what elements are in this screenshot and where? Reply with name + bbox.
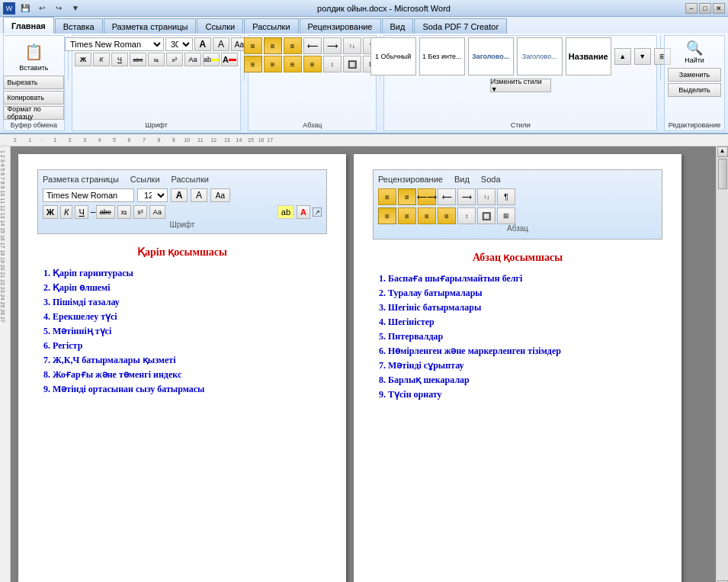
align-left-para[interactable]: ≡ [378, 207, 396, 224]
superscript-button[interactable]: x² [166, 53, 183, 66]
right-panel-tab-2[interactable]: Вид [454, 175, 470, 184]
font-row-2: Ж К Ч abc x₂ x² Аа ab A [75, 53, 238, 66]
style-heading1[interactable]: Заголово... [468, 37, 514, 76]
align-right-para[interactable]: ≡ [418, 207, 436, 224]
italic-button[interactable]: К [93, 53, 110, 66]
panel-underline-btn[interactable]: Ч [75, 205, 88, 219]
quick-save-btn[interactable]: 💾 [18, 2, 32, 14]
bold-button[interactable]: Ж [75, 53, 91, 66]
panel-sub-btn[interactable]: x₂ [117, 205, 132, 219]
multilevel-button[interactable]: ≡ [284, 37, 302, 54]
panel-shrink-btn[interactable]: A [191, 188, 207, 202]
decrease-indent-button[interactable]: ⟵ [303, 37, 322, 54]
paste-button[interactable]: 📋 Вставить [18, 37, 50, 74]
para-btn-marks[interactable]: ¶ [497, 188, 515, 205]
increase-indent-button[interactable]: ⟶ [323, 37, 342, 54]
close-button[interactable]: ✕ [713, 3, 725, 14]
tab-review[interactable]: Рецензирование [300, 18, 381, 34]
panel-bold-btn[interactable]: Ж [43, 205, 58, 219]
panel-clear-btn[interactable]: Аа [210, 188, 230, 202]
shading-para[interactable]: 🔲 [477, 207, 495, 224]
format-painter-button[interactable]: Формат по образцу [3, 106, 64, 120]
para-btn-sort[interactable]: ↑↓ [477, 188, 495, 205]
shrink-font-button[interactable]: A [213, 37, 229, 51]
panel-grow-btn[interactable]: A [171, 188, 188, 202]
panel-tab-page-layout[interactable]: Разметка страницы [43, 175, 119, 184]
minimize-button[interactable]: − [685, 3, 698, 14]
panel-italic-btn[interactable]: К [60, 205, 72, 219]
document-scroll-area[interactable]: Разметка страницы Ссылки Рассылки 12 A A… [11, 146, 716, 582]
panel-tab-references[interactable]: Ссылки [130, 175, 160, 184]
find-label: Найти [685, 56, 704, 64]
line-spacing-button[interactable]: ↕ [323, 56, 342, 72]
align-center-para[interactable]: ≡ [398, 207, 416, 224]
tab-soda[interactable]: Soda PDF 7 Creator [414, 18, 507, 34]
tab-insert[interactable]: Вставка [55, 18, 103, 34]
style-heading2[interactable]: Заголово... [517, 37, 563, 76]
para-btn-5[interactable]: ⟶ [457, 188, 476, 205]
numbering-button[interactable]: ≡ [264, 37, 282, 54]
styles-scroll-down[interactable]: ▼ [634, 48, 651, 65]
styles-scroll-up[interactable]: ▲ [614, 48, 631, 65]
quick-undo-btn[interactable]: ↩ [35, 2, 49, 14]
panel-font-input[interactable] [43, 188, 134, 202]
right-panel-tab-1[interactable]: Рецензирование [378, 175, 443, 184]
grow-font-button[interactable]: A [194, 37, 211, 51]
font-size-selector[interactable]: 30 [165, 37, 193, 51]
style-no-spacing[interactable]: 1 Без инте... [419, 37, 465, 76]
tab-references[interactable]: Ссылки [197, 18, 243, 34]
tab-home[interactable]: Главная [3, 17, 54, 34]
align-left-button[interactable]: ≡ [244, 56, 262, 72]
underline-button[interactable]: Ч [111, 53, 128, 66]
font-panel-expand-btn[interactable]: ↗ [313, 207, 322, 217]
shading-button[interactable]: 🔲 [343, 56, 361, 72]
cut-button[interactable]: Вырезать [3, 76, 64, 89]
para-btn-3[interactable]: ⟵⟶ [418, 188, 436, 205]
justify-button[interactable]: ≡ [303, 56, 322, 72]
panel-size-select[interactable]: 12 [137, 188, 168, 202]
style-normal[interactable]: 1 Обычный [370, 37, 416, 76]
sort-button[interactable]: ↑↓ [343, 37, 361, 54]
replace-button[interactable]: Заменить [668, 68, 721, 82]
subscript-button[interactable]: x₂ [148, 53, 165, 66]
font-color-button[interactable]: A [221, 53, 238, 66]
bullets-button[interactable]: ≡ [244, 37, 262, 54]
line-spacing-para[interactable]: ↕ [457, 207, 476, 224]
quick-dropdown-btn[interactable]: ▼ [69, 2, 82, 14]
para-btn-4[interactable]: ⟵ [438, 188, 456, 205]
panel-sup-btn[interactable]: x² [133, 205, 147, 219]
quick-redo-btn[interactable]: ↪ [52, 2, 66, 14]
strikethrough-button[interactable]: abc [130, 53, 146, 66]
para-section-label: Абзац [378, 224, 657, 234]
para-btn-2[interactable]: ≡ [398, 188, 416, 205]
align-center-button[interactable]: ≡ [264, 56, 282, 72]
vertical-scrollbar[interactable]: ▲ ▼ [716, 146, 728, 582]
tab-page-layout[interactable]: Разметка страницы [104, 18, 197, 34]
highlight-button[interactable]: ab [203, 53, 220, 66]
style-title[interactable]: Название [566, 37, 611, 76]
panel-strike-btn[interactable]: abe [96, 205, 115, 219]
panel-fontcolor-btn[interactable]: A [297, 205, 310, 219]
list-item: Түсін орнату [388, 389, 662, 400]
panel-tab-mailings[interactable]: Рассылки [172, 175, 209, 184]
change-styles-button[interactable]: Изменить стили ▼ [490, 79, 551, 92]
maximize-button[interactable]: □ [699, 3, 711, 14]
font-name-selector[interactable]: Times New Roman [65, 37, 164, 51]
scroll-up-btn[interactable]: ▲ [717, 146, 728, 157]
tab-mailings[interactable]: Рассылки [244, 18, 298, 34]
list-item: Мәтіннің түсі [53, 326, 327, 337]
select-button[interactable]: Выделить [668, 83, 721, 97]
scroll-track[interactable] [717, 157, 728, 580]
scroll-thumb[interactable] [718, 159, 727, 189]
right-panel-tab-3[interactable]: Soda [481, 175, 501, 184]
panel-case-btn[interactable]: Аа [149, 205, 165, 219]
justify-para[interactable]: ≡ [438, 207, 456, 224]
find-button[interactable]: 🔍 Найти [672, 37, 717, 66]
change-case-button[interactable]: Аа [184, 53, 201, 66]
borders-para[interactable]: ⊞ [497, 207, 515, 224]
copy-button[interactable]: Копировать [3, 91, 64, 105]
panel-highlight-btn[interactable]: ab [277, 205, 294, 219]
tab-view[interactable]: Вид [382, 18, 414, 34]
para-btn-1[interactable]: ≡ [378, 188, 396, 205]
align-right-button[interactable]: ≡ [284, 56, 302, 72]
